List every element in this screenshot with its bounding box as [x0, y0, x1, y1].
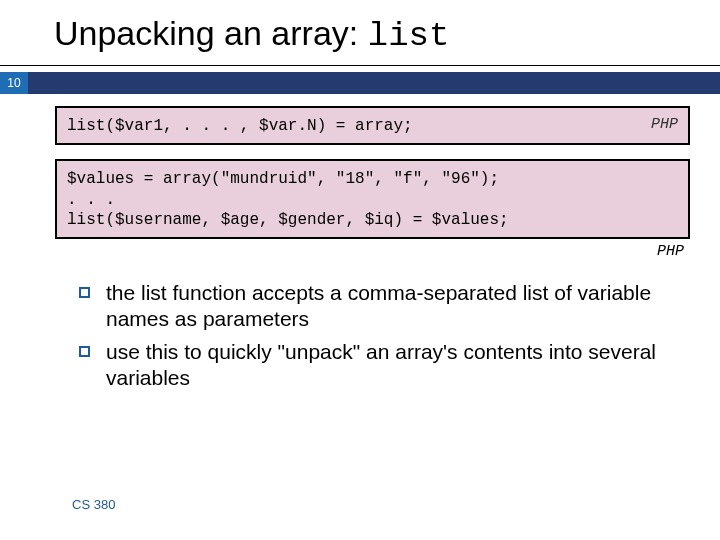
square-bullet-icon [79, 287, 90, 298]
footer-label: CS 380 [72, 497, 115, 512]
header-ribbon: 10 [0, 72, 720, 94]
lang-tag-1: PHP [651, 116, 678, 133]
code-box-syntax: list($var1, . . . , $var.N) = array; PHP [55, 106, 690, 145]
bullet-text-1: the list function accepts a comma-separa… [106, 280, 690, 333]
lang-tag-2: PHP [55, 243, 690, 260]
page-number: 10 [0, 72, 28, 94]
code-box-example: $values = array("mundruid", "18", "f", "… [55, 159, 690, 239]
code-syntax-text: list($var1, . . . , $var.N) = array; [67, 116, 678, 137]
square-bullet-icon [79, 346, 90, 357]
slide-title: Unpacking an array: list [0, 0, 720, 66]
bullet-text-2: use this to quickly "unpack" an array's … [106, 339, 690, 392]
content-area: list($var1, . . . , $var.N) = array; PHP… [0, 94, 720, 391]
ribbon-bar [28, 72, 720, 94]
list-item: the list function accepts a comma-separa… [79, 280, 690, 333]
code-example-text: $values = array("mundruid", "18", "f", "… [67, 169, 678, 231]
title-code: list [368, 17, 450, 55]
list-item: use this to quickly "unpack" an array's … [79, 339, 690, 392]
bullet-list: the list function accepts a comma-separa… [55, 270, 690, 391]
title-text: Unpacking an array: [54, 14, 368, 52]
